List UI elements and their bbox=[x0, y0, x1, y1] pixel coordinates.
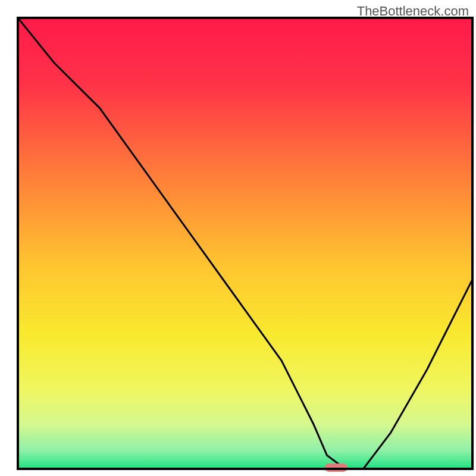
plot-background bbox=[18, 18, 472, 469]
chart-svg bbox=[0, 0, 476, 476]
watermark-text: TheBottleneck.com bbox=[357, 4, 469, 19]
